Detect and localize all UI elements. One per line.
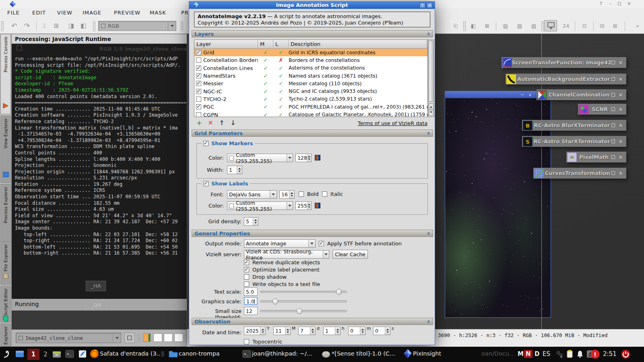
duplicate-view-icon[interactable]: ◧ [79, 22, 87, 30]
font-size-spinner[interactable]: 16 [279, 190, 295, 199]
app-close-button[interactable]: ✕ [625, 1, 633, 7]
topocentric-checkbox[interactable] [244, 339, 249, 344]
toolbar-handle[interactable] [1, 21, 4, 31]
marker-alpha-spinner[interactable]: 128 [295, 154, 312, 162]
table-row[interactable]: TYCHO-2✓✓Tycho-2 catalog (2,539,913 star… [194, 95, 427, 103]
kbd-indicator-n[interactable]: N [524, 350, 533, 358]
zoom-out-window-icon[interactable]: ⊟ [598, 22, 606, 30]
handle[interactable] [137, 333, 140, 342]
process-restore-icon[interactable] [611, 107, 615, 111]
rgb-picker-icon[interactable] [315, 155, 320, 160]
app-shade-button[interactable]: ↑ [597, 1, 605, 7]
process-close-icon[interactable]: ✕ [619, 60, 623, 66]
date-value[interactable]: 7 [299, 327, 310, 335]
alert-icon[interactable]: ! [590, 349, 600, 361]
scroll-up-icon[interactable] [429, 103, 433, 109]
text-scale-slider[interactable] [260, 291, 347, 293]
view-history-button[interactable] [124, 333, 135, 343]
mask-select-icon[interactable]: ▨ [530, 22, 538, 30]
option-write-objects-to-a-text-file[interactable]: Write objects to a text file [244, 281, 320, 287]
process-close-icon[interactable]: ✕ [619, 92, 623, 98]
menu-edit[interactable]: EDIT [32, 10, 46, 16]
label-color-combo[interactable]: Custom (255,255,255) [227, 202, 293, 210]
layer-name-cell[interactable]: PGC [194, 104, 258, 110]
section-general-properties[interactable]: General Properties « [192, 230, 433, 237]
section-observation[interactable]: Observation « [192, 318, 433, 325]
toolbar-handle[interactable] [180, 21, 183, 31]
taskbar-window-pixinsight-icon[interactable] [403, 349, 412, 360]
spin-down-icon[interactable] [308, 206, 311, 210]
combo-arrow[interactable] [287, 202, 293, 210]
taskbar-window-gimp-icon[interactable] [321, 349, 331, 360]
taskbar-window-firefox-icon[interactable] [89, 349, 99, 360]
layer-name-cell[interactable]: Constellation Lines [194, 65, 258, 71]
channel-swatch[interactable] [164, 333, 173, 342]
date-h-spinner[interactable]: 1 [323, 327, 341, 335]
table-header-l[interactable]: L [273, 40, 289, 48]
section-grid-parameters[interactable]: Grid Parameters « [192, 130, 433, 137]
workspace-1[interactable]: 1 [27, 349, 39, 360]
apply-stf-checkbox[interactable] [319, 241, 324, 246]
topocentric-option[interactable]: Topocentric [244, 339, 282, 345]
layer-name-cell[interactable]: TYCHO-2 [194, 96, 258, 102]
process-close-icon[interactable]: ✕ [619, 76, 623, 82]
date-value[interactable]: 11 [274, 327, 285, 335]
process-bar-pixelmath[interactable]: ∞PixelMath✕ [566, 152, 626, 162]
table-header-description[interactable]: Description [289, 40, 427, 48]
date-d-spinner[interactable]: 7 [298, 327, 316, 335]
marker-color-combo[interactable]: Custom (255,255,255) [227, 154, 293, 162]
vizier-terms-link[interactable]: Terms of use of VizieR data [358, 120, 427, 126]
process-restore-icon[interactable] [611, 123, 615, 127]
spin-down-icon[interactable] [335, 331, 340, 335]
new-preview-icon[interactable]: ⊞ [52, 22, 60, 30]
starfield-image[interactable] [445, 98, 551, 317]
spin-up-icon[interactable] [385, 327, 390, 331]
active-channel-swatch[interactable] [143, 333, 151, 342]
process-bar-curvestransformation[interactable]: CurvesTransformation✕ [533, 168, 626, 179]
clone-view-icon[interactable]: ◨ [67, 22, 75, 30]
spin-up-icon[interactable] [308, 154, 311, 158]
spin-down-icon[interactable] [385, 331, 390, 335]
rename-view-icon[interactable]: ⌶ [40, 22, 48, 30]
table-row[interactable]: CGPN✓✓Catalogue of Galactic Planetar...K… [194, 111, 427, 117]
spin-down-icon[interactable] [360, 331, 365, 335]
process-restore-icon[interactable] [611, 77, 615, 81]
combo-arrow[interactable] [323, 251, 329, 258]
notes-app[interactable] [77, 349, 88, 361]
menu-preview[interactable]: PREVIEW [114, 10, 140, 16]
table-header-m[interactable]: M [258, 40, 273, 48]
spin-up-icon[interactable] [289, 191, 294, 195]
collapse-icon[interactable]: « [425, 232, 431, 235]
layer-name-cell[interactable]: Messier [194, 80, 258, 86]
process-restore-icon[interactable] [611, 140, 615, 143]
bold-checkbox[interactable] [299, 191, 304, 197]
handle[interactable] [463, 21, 466, 31]
toolbar-overflow-icon[interactable]: » [634, 22, 642, 30]
menu-image[interactable]: IMAGE [83, 10, 101, 16]
date-m-spinner[interactable]: 0 [348, 327, 365, 335]
mask-show-icon[interactable]: ▨ [516, 22, 524, 30]
menu-view[interactable]: VIEW [57, 10, 72, 16]
spin-down-icon[interactable] [285, 331, 290, 335]
view-selector[interactable]: Image42_clone_clone [16, 333, 121, 343]
spin-up-icon[interactable] [310, 327, 315, 331]
process-bar-screentransferfunction-image42[interactable]: ScreenTransferFunction: Image42✕ [502, 57, 626, 68]
collapse-icon[interactable]: « [425, 132, 431, 135]
graphics-scale-input[interactable]: 1.0 [244, 297, 258, 305]
section-layers[interactable]: Layers « [192, 30, 433, 37]
bits-24-icon[interactable]: 24 [562, 22, 570, 30]
toolbar-handle[interactable] [93, 21, 95, 31]
date-Y-spinner[interactable]: 2025 [244, 327, 266, 335]
dialog-shade-button[interactable]: ↑ [419, 2, 425, 8]
combo-arrow[interactable] [287, 154, 293, 162]
scrollbar-thumb[interactable] [429, 41, 433, 102]
grid-density-spinner[interactable]: 5 [244, 217, 258, 226]
spin-up-icon[interactable] [285, 327, 290, 331]
layer-enabled-checkbox[interactable] [196, 97, 201, 102]
small-threshold-slider[interactable] [260, 310, 347, 312]
mask-enable-icon[interactable]: ▨ [502, 22, 510, 30]
menu-mask[interactable]: MASK [150, 10, 166, 16]
table-row[interactable]: Messier✓✓Messier catalog (110 objects) [194, 80, 427, 87]
power-icon[interactable] [621, 349, 631, 361]
channel-selector-arrow[interactable] [168, 21, 176, 31]
